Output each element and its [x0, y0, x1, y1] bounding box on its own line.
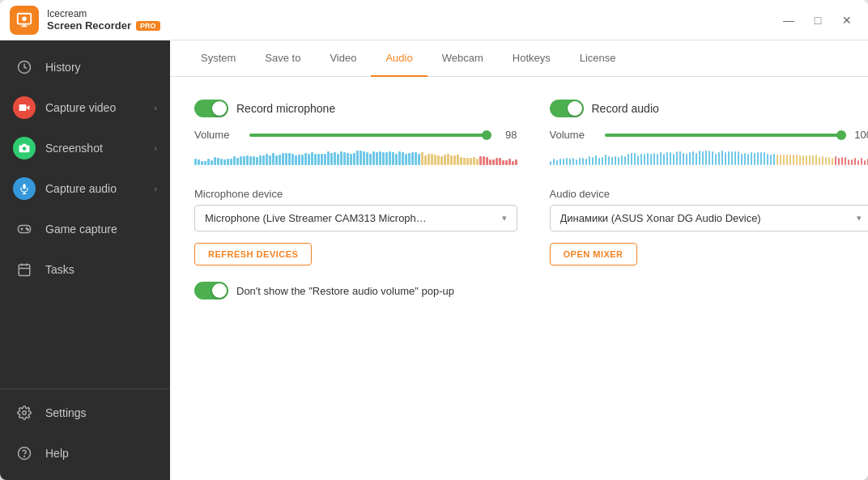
mic-device-select[interactable]: Microphone (Live Streamer CAM313 Microph…: [194, 205, 517, 232]
tab-hotkeys[interactable]: Hotkeys: [498, 40, 565, 77]
restore-toggle-row: Don't show the "Restore audio volume" po…: [194, 282, 868, 299]
app-icon: [10, 6, 39, 35]
tab-save-to[interactable]: Save to: [250, 40, 315, 77]
sidebar-item-capture-audio-label: Capture audio: [45, 182, 117, 195]
camera-icon: [13, 137, 36, 159]
audio-volume-label: Volume: [550, 129, 598, 141]
svg-rect-16: [19, 265, 30, 276]
audio-toggle[interactable]: [550, 100, 584, 117]
audio-device-label: Audio device: [550, 188, 869, 200]
chevron-right-icon: ›: [154, 143, 157, 153]
tab-video[interactable]: Video: [315, 40, 371, 77]
sidebar-item-settings[interactable]: Settings: [0, 393, 170, 433]
app-name-top: Icecream: [47, 8, 160, 19]
svg-point-20: [23, 411, 27, 415]
restore-toggle[interactable]: [194, 282, 228, 299]
tab-audio[interactable]: Audio: [371, 40, 427, 77]
mic-device-section: Microphone device Microphone (Live Strea…: [194, 183, 517, 265]
svg-rect-8: [23, 184, 26, 189]
sidebar-item-tasks-label: Tasks: [45, 263, 74, 276]
svg-rect-6: [19, 104, 27, 111]
mic-toggle-row: Record microphone: [194, 100, 517, 117]
tasks-icon: [13, 258, 36, 281]
titlebar: Icecream Screen Recorder PRO — □ ✕: [0, 0, 868, 40]
mic-toggle-label: Record microphone: [236, 102, 335, 115]
gear-icon: [13, 401, 36, 424]
audio-volume-value: 100: [853, 129, 868, 141]
mic-device-label: Microphone device: [194, 188, 517, 200]
system-audio-section: Record audio Volume 100: [550, 100, 869, 265]
svg-point-7: [23, 147, 27, 151]
sidebar-nav: History Capture video › Screenshot ›: [0, 40, 170, 389]
microphone-section: Record microphone Volume 98: [194, 100, 517, 265]
pro-badge: PRO: [136, 21, 160, 31]
mic-volume-label: Volume: [194, 129, 243, 141]
restore-label: Don't show the "Restore audio volume" po…: [236, 285, 454, 297]
window-controls: — □ ✕: [777, 9, 858, 32]
audio-select-arrow-icon: ▾: [857, 213, 862, 223]
audio-volume-thumb[interactable]: [836, 130, 846, 140]
gamepad-icon: [13, 218, 36, 240]
mic-icon: [13, 177, 36, 200]
sidebar-item-game-capture-label: Game capture: [45, 223, 117, 236]
tabs-bar: System Save to Video Audio Webcam Hotkey…: [170, 40, 868, 77]
sidebar-item-tasks[interactable]: Tasks: [0, 249, 170, 290]
refresh-devices-button[interactable]: REFRESH DEVICES: [194, 243, 312, 265]
svg-rect-2: [21, 25, 27, 27]
sidebar-item-settings-label: Settings: [45, 406, 87, 419]
sidebar-item-screenshot-label: Screenshot: [45, 142, 103, 155]
mic-level-meter: (function(){ const container = document.…: [194, 151, 517, 165]
tab-system[interactable]: System: [186, 40, 250, 77]
chevron-right-icon: ›: [154, 103, 157, 113]
audio-level-meter: (function(){ const container = document.…: [550, 151, 869, 165]
maximize-button[interactable]: □: [806, 9, 829, 32]
audio-toggle-label: Record audio: [592, 102, 659, 115]
audio-device-select[interactable]: Динамики (ASUS Xonar DG Audio Device) ▾: [550, 205, 869, 232]
restore-toggle-knob: [212, 283, 227, 298]
sidebar-item-capture-audio[interactable]: Capture audio ›: [0, 168, 170, 209]
svg-point-1: [22, 16, 27, 21]
mic-select-arrow-icon: ▾: [502, 213, 507, 223]
content-area: System Save to Video Audio Webcam Hotkey…: [170, 40, 868, 480]
open-mixer-button[interactable]: OPEN MIXER: [550, 243, 637, 265]
sidebar-item-game-capture[interactable]: Game capture: [0, 209, 170, 249]
main-layout: History Capture video › Screenshot ›: [0, 40, 868, 480]
audio-columns: Record microphone Volume 98: [194, 100, 868, 265]
app-name: Icecream Screen Recorder PRO: [47, 8, 160, 32]
sidebar-item-history[interactable]: History: [0, 47, 170, 87]
sidebar: History Capture video › Screenshot ›: [0, 40, 170, 480]
sidebar-item-help[interactable]: Help: [0, 433, 170, 474]
mic-volume-thumb[interactable]: [482, 130, 491, 140]
audio-toggle-knob: [568, 101, 582, 116]
minimize-button[interactable]: —: [777, 9, 800, 32]
mic-toggle-knob: [212, 101, 227, 116]
svg-rect-3: [23, 23, 25, 25]
sidebar-item-help-label: Help: [45, 447, 69, 460]
clock-icon: [13, 56, 36, 79]
question-icon: [13, 442, 36, 465]
mic-volume-value: 98: [498, 129, 517, 141]
sidebar-item-screenshot[interactable]: Screenshot ›: [0, 128, 170, 168]
sidebar-item-capture-video-label: Capture video: [45, 101, 116, 114]
audio-toggle-row: Record audio: [550, 100, 869, 117]
chevron-right-icon: ›: [154, 184, 157, 193]
audio-device-value: Динамики (ASUS Xonar DG Audio Device): [560, 212, 761, 224]
tab-webcam[interactable]: Webcam: [428, 40, 498, 77]
video-icon: [13, 96, 36, 119]
sidebar-bottom: Settings Help: [0, 389, 170, 480]
sidebar-item-history-label: History: [45, 61, 81, 74]
app-window: Icecream Screen Recorder PRO — □ ✕ Histo…: [0, 0, 868, 480]
tab-license[interactable]: License: [565, 40, 631, 77]
app-name-bottom: Screen Recorder: [47, 19, 131, 32]
mic-toggle[interactable]: [194, 100, 228, 117]
mic-device-value: Microphone (Live Streamer CAM313 Microph…: [205, 212, 432, 224]
audio-tab-content: Record microphone Volume 98: [170, 77, 868, 480]
svg-point-15: [28, 229, 29, 231]
svg-marker-5: [26, 105, 29, 110]
audio-device-section: Audio device Динамики (ASUS Xonar DG Aud…: [550, 183, 869, 265]
close-button[interactable]: ✕: [836, 9, 858, 32]
sidebar-item-capture-video[interactable]: Capture video ›: [0, 87, 170, 128]
